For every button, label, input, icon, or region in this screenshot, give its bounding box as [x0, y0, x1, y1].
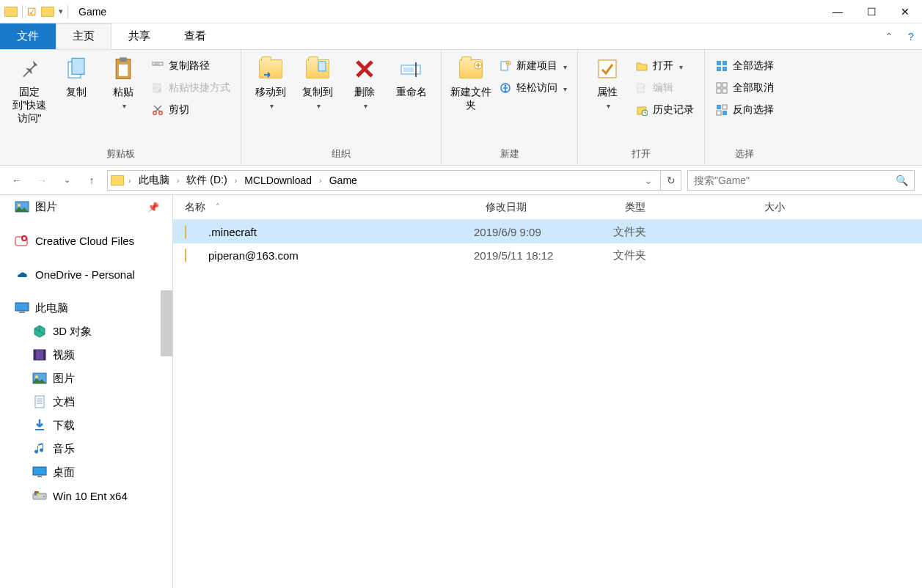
close-button[interactable]: ✕ — [888, 0, 922, 23]
scrollbar-thumb[interactable] — [161, 290, 172, 356]
properties-button[interactable]: 属性 — [584, 53, 631, 114]
tab-home[interactable]: 主页 — [56, 23, 111, 49]
ribbon-collapse-icon[interactable]: ⌃ — [878, 23, 900, 49]
sidebar-item[interactable]: 下载 — [0, 414, 172, 437]
cc-icon — [15, 235, 29, 246]
delete-x-icon — [351, 56, 378, 82]
svg-rect-46 — [35, 396, 44, 408]
breadcrumb-item[interactable]: Game — [325, 171, 362, 190]
sidebar-item[interactable]: 文档 — [0, 390, 172, 414]
chevron-right-icon[interactable]: › — [175, 176, 181, 185]
copy-to-button[interactable]: 复制到 — [294, 53, 341, 114]
forward-button[interactable]: → — [32, 171, 51, 190]
tab-file[interactable]: 文件 — [0, 23, 56, 49]
address-bar[interactable]: › 此电脑 › 软件 (D:) › MCLDownload › Game ⌄ — [107, 170, 661, 191]
new-folder-button[interactable]: 新建文件夹 — [447, 53, 494, 114]
sidebar-item[interactable]: 图片📌 — [0, 195, 172, 218]
select-none-button[interactable]: 全部取消 — [711, 78, 778, 98]
svg-rect-39 — [15, 303, 29, 311]
minimize-button[interactable]: — — [821, 0, 855, 23]
chevron-right-icon[interactable]: › — [127, 176, 133, 185]
copy-path-button[interactable]: abc 复制路径 — [147, 56, 235, 76]
help-icon[interactable]: ? — [900, 23, 922, 49]
search-input[interactable] — [694, 174, 896, 186]
column-type[interactable]: 类型 — [613, 201, 753, 214]
svg-rect-40 — [19, 312, 25, 313]
svg-rect-52 — [37, 476, 42, 477]
refresh-button[interactable]: ↻ — [661, 170, 681, 191]
address-dropdown-icon[interactable]: ⌄ — [640, 174, 657, 186]
paste-shortcut-button[interactable]: 粘贴快捷方式 — [147, 78, 235, 98]
paste-button[interactable]: 粘贴 — [100, 53, 147, 114]
separator — [22, 5, 23, 18]
svg-rect-56 — [37, 491, 39, 493]
tab-share[interactable]: 共享 — [111, 23, 167, 49]
delete-button[interactable]: 删除 — [341, 53, 388, 114]
select-all-button[interactable]: 全部选择 — [711, 56, 778, 76]
sidebar-item[interactable]: 此电脑 — [0, 296, 172, 320]
move-to-button[interactable]: 移动到 — [247, 53, 294, 114]
sidebar-item[interactable]: OneDrive - Personal — [0, 262, 172, 286]
up-button[interactable]: ↑ — [82, 171, 101, 190]
svg-point-54 — [43, 496, 45, 497]
new-folder-qat-icon[interactable] — [41, 7, 54, 17]
easy-access-button[interactable]: 轻松访问 — [494, 78, 571, 98]
sidebar-item[interactable]: 视频 — [0, 343, 172, 367]
sidebar-item[interactable]: 音乐 — [0, 437, 172, 460]
recent-dropdown[interactable]: ⌄ — [57, 171, 76, 190]
svg-rect-3 — [120, 57, 127, 62]
qat-dropdown-icon[interactable]: ▾ — [59, 7, 63, 16]
easy-access-label: 轻松访问 — [516, 81, 557, 95]
open-button[interactable]: 打开 — [631, 56, 698, 76]
maximize-button[interactable]: ☐ — [855, 0, 888, 23]
copy-to-label: 复制到 — [302, 85, 333, 98]
invert-selection-button[interactable]: 反向选择 — [711, 100, 778, 120]
file-row[interactable]: .minecraft2019/6/9 9:09文件夹 — [173, 220, 922, 243]
new-folder-icon — [458, 56, 484, 82]
history-button[interactable]: 历史记录 — [631, 100, 698, 120]
svg-rect-1 — [72, 58, 84, 74]
column-size[interactable]: 大小 — [753, 201, 922, 214]
properties-qat-icon[interactable]: ☑ — [27, 6, 37, 18]
cut-button[interactable]: 剪切 — [147, 100, 235, 120]
search-box[interactable]: 🔍 — [687, 170, 915, 191]
svg-rect-12 — [403, 67, 414, 72]
sidebar-item[interactable]: 桌面 — [0, 460, 172, 484]
svg-rect-34 — [722, 111, 727, 115]
delete-label: 删除 — [354, 85, 375, 98]
rename-button[interactable]: 重命名 — [388, 53, 435, 101]
svg-rect-32 — [722, 105, 727, 109]
edit-button[interactable]: 编辑 — [631, 78, 698, 98]
onedrive-icon — [15, 268, 29, 280]
column-date[interactable]: 修改日期 — [474, 201, 613, 214]
file-date: 2019/6/9 9:09 — [474, 226, 613, 238]
title-bar: ☑ ▾ Game — ☐ ✕ — [0, 0, 922, 23]
breadcrumb-item[interactable]: 此电脑 — [134, 171, 174, 190]
sidebar-item[interactable]: 3D 对象 — [0, 320, 172, 343]
sidebar-item-label: Creative Cloud Files — [35, 235, 134, 247]
svg-rect-55 — [34, 491, 37, 493]
svg-rect-25 — [717, 67, 721, 71]
group-label-clipboard: 剪贴板 — [6, 144, 235, 165]
file-row[interactable]: piperan@163.com2019/5/11 18:12文件夹 — [173, 243, 922, 267]
folder-icon — [111, 175, 124, 185]
sidebar-item[interactable]: Creative Cloud Files — [0, 229, 172, 252]
ribbon-group-organize: 移动到 复制到 删除 重命名 组织 — [241, 50, 442, 165]
back-button[interactable]: ← — [7, 171, 26, 190]
chevron-right-icon[interactable]: › — [318, 176, 323, 185]
cut-label: 剪切 — [169, 103, 189, 117]
sidebar-item[interactable]: 图片 — [0, 367, 172, 390]
new-item-button[interactable]: 新建项目 — [494, 56, 571, 76]
sidebar-item-label: Win 10 Ent x64 — [53, 490, 128, 502]
column-name[interactable]: 名称 ˄ — [173, 201, 474, 214]
pin-to-quick-access-button[interactable]: 固定到"快速访问" — [6, 53, 53, 128]
breadcrumb-item[interactable]: MCLDownload — [240, 171, 316, 190]
rename-icon — [398, 56, 425, 82]
tab-view[interactable]: 查看 — [167, 23, 223, 49]
chevron-right-icon[interactable]: › — [233, 176, 239, 185]
pc-icon — [15, 302, 29, 314]
copy-button[interactable]: 复制 — [53, 53, 100, 101]
ribbon: 固定到"快速访问" 复制 粘贴 abc 复制路径 粘贴快捷方式 — [0, 50, 922, 166]
breadcrumb-item[interactable]: 软件 (D:) — [182, 171, 231, 190]
sidebar-item[interactable]: Win 10 Ent x64 — [0, 484, 172, 507]
